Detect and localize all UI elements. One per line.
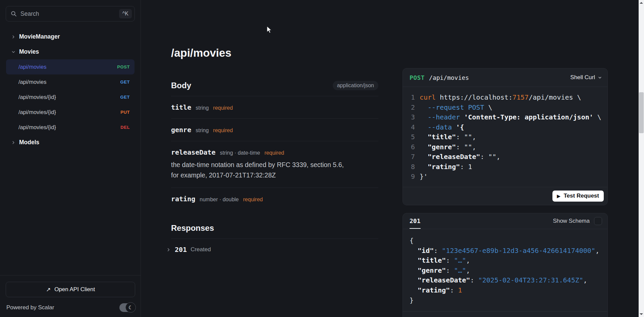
body-heading: Body bbox=[171, 81, 191, 90]
field-name: genre bbox=[171, 126, 191, 134]
field-required-flag: required bbox=[265, 150, 284, 156]
test-request-button[interactable]: ▶ Test Request bbox=[552, 191, 604, 202]
sidebar-endpoint-post[interactable]: /api/moviesPOST bbox=[6, 59, 135, 74]
moon-icon: ☾ bbox=[125, 302, 136, 313]
endpoint-method-badge: PUT bbox=[120, 110, 130, 115]
chevron-right-icon bbox=[11, 35, 16, 39]
responses-section: Responses 201 Created bbox=[171, 223, 378, 260]
code-line: "title": "…", bbox=[410, 256, 602, 266]
line-number: 2 bbox=[410, 103, 415, 113]
field-row-rating: ratingnumber · doublerequired bbox=[171, 188, 378, 210]
field-head: ratingnumber · doublerequired bbox=[171, 195, 378, 203]
endpoint-method-badge: DEL bbox=[120, 125, 130, 130]
sidebar-group-label: Models bbox=[19, 139, 39, 146]
sidebar-group-label: MovieManager bbox=[19, 33, 60, 40]
code-line: 1curl https://localhost:7157/api/movies … bbox=[410, 93, 602, 103]
field-type: number · double bbox=[200, 197, 239, 202]
endpoint-method-badge: GET bbox=[120, 95, 130, 100]
line-number: 8 bbox=[410, 162, 415, 172]
show-schema-checkbox[interactable] bbox=[594, 217, 602, 225]
response-json-block: { "id": "123e4567-e89b-12d3-a456-4266141… bbox=[403, 229, 607, 311]
play-icon: ▶ bbox=[557, 194, 560, 199]
chevron-down-icon bbox=[11, 50, 16, 54]
field-head: titlestringrequired bbox=[171, 103, 378, 111]
field-head: genrestringrequired bbox=[171, 126, 378, 134]
field-head: releaseDatestring · date-timerequired bbox=[171, 148, 378, 156]
field-name: title bbox=[171, 103, 191, 111]
chevron-down-icon bbox=[598, 75, 602, 80]
line-number: 4 bbox=[410, 122, 415, 133]
code-line: 9}' bbox=[410, 172, 602, 182]
curl-code-block: 1curl https://localhost:7157/api/movies … bbox=[403, 87, 607, 182]
field-required-flag: required bbox=[213, 105, 233, 111]
body-fields: titlestringrequiredgenrestringrequiredre… bbox=[171, 96, 378, 210]
code-line: 7 "releaseDate": "", bbox=[410, 152, 602, 162]
request-card-header: POST /api/movies Shell Curl bbox=[403, 68, 607, 87]
main-content: /api/movies Body application/json titles… bbox=[171, 0, 378, 260]
chevron-right-icon bbox=[11, 140, 16, 145]
page-scrollbar bbox=[639, 0, 644, 317]
endpoint-path: /api/movies/{id} bbox=[18, 124, 56, 130]
response-label: Created bbox=[191, 246, 211, 253]
status-tab-201[interactable]: 201 bbox=[410, 213, 421, 229]
field-required-flag: required bbox=[243, 197, 263, 202]
code-line: 2 --request POST \ bbox=[410, 103, 602, 113]
code-line: { bbox=[410, 236, 602, 246]
code-line: "genre": "…", bbox=[410, 266, 602, 276]
line-number: 5 bbox=[410, 132, 415, 142]
sidebar-endpoint-put[interactable]: /api/movies/{id}PUT bbox=[6, 105, 135, 120]
sidebar-group-models[interactable]: Models bbox=[0, 135, 141, 150]
scrollbar-down-arrow[interactable] bbox=[640, 313, 643, 315]
code-line: } bbox=[410, 296, 602, 306]
sidebar-endpoint-del[interactable]: /api/movies/{id}DEL bbox=[6, 120, 135, 135]
test-request-label: Test Request bbox=[564, 193, 599, 199]
search-input[interactable]: Search ^K bbox=[6, 6, 135, 21]
show-schema-label: Show Schema bbox=[553, 218, 590, 224]
line-number: 9 bbox=[410, 172, 415, 182]
sidebar-endpoint-get[interactable]: /api/movies/{id}GET bbox=[6, 90, 135, 105]
language-selector[interactable]: Shell Curl bbox=[570, 74, 602, 81]
responses-heading: Responses bbox=[171, 223, 214, 232]
field-row-genre: genrestringrequired bbox=[171, 119, 378, 141]
code-line: "rating": 1 bbox=[410, 285, 602, 296]
endpoint-method-badge: GET bbox=[120, 80, 130, 85]
endpoint-path: /api/movies/{id} bbox=[18, 94, 56, 100]
code-line: 5 "title": "", bbox=[410, 132, 602, 142]
endpoint-path: /api/movies bbox=[18, 79, 46, 85]
search-placeholder: Search bbox=[20, 10, 39, 17]
chevron-right-icon bbox=[166, 247, 171, 252]
sidebar-nav: MovieManagerMovies/api/moviesPOST/api/mo… bbox=[0, 29, 141, 150]
request-method: POST bbox=[410, 74, 425, 81]
sidebar-group-moviemanager[interactable]: MovieManager bbox=[0, 29, 141, 44]
endpoint-method-badge: POST bbox=[117, 64, 130, 69]
dark-mode-toggle[interactable]: ☾ bbox=[119, 303, 135, 312]
code-line: "releaseDate": "2025-02-04T23:27:31.645Z… bbox=[410, 275, 602, 285]
language-selector-value: Shell Curl bbox=[570, 74, 595, 81]
response-code: 201 bbox=[175, 246, 187, 254]
show-schema-control: Show Schema bbox=[553, 217, 602, 225]
field-description: the date-time notation as defined by RFC… bbox=[171, 160, 378, 180]
sidebar-group-movies[interactable]: Movies bbox=[0, 44, 141, 59]
search-shortcut-badge: ^K bbox=[119, 9, 132, 18]
response-201-row[interactable]: 201 Created bbox=[166, 239, 378, 260]
sidebar-endpoint-get[interactable]: /api/moviesGET bbox=[6, 74, 135, 90]
body-section-head: Body application/json bbox=[171, 81, 378, 90]
external-link-icon: ↗ bbox=[46, 286, 51, 293]
line-number: 3 bbox=[410, 112, 415, 122]
field-name: rating bbox=[171, 195, 195, 203]
request-card-footer: ▶ Test Request bbox=[403, 187, 607, 205]
divider bbox=[403, 311, 607, 312]
code-line: 6 "genre": "", bbox=[410, 142, 602, 152]
field-type: string · date-time bbox=[220, 150, 260, 156]
field-row-releaseDate: releaseDatestring · date-timerequiredthe… bbox=[171, 141, 378, 188]
content-type-badge: application/json bbox=[333, 81, 378, 90]
scrollbar-thumb[interactable] bbox=[639, 92, 644, 133]
code-line: 3 --header 'Content-Type: application/js… bbox=[410, 112, 602, 122]
mouse-cursor bbox=[266, 25, 274, 34]
request-example-card: POST /api/movies Shell Curl 1curl https:… bbox=[402, 68, 608, 205]
open-api-client-button[interactable]: ↗ Open API Client bbox=[6, 282, 135, 297]
endpoint-path: /api/movies bbox=[18, 64, 46, 70]
field-type: string bbox=[196, 127, 209, 133]
page-title: /api/movies bbox=[171, 46, 378, 60]
scrollbar-up-arrow[interactable] bbox=[640, 2, 643, 4]
